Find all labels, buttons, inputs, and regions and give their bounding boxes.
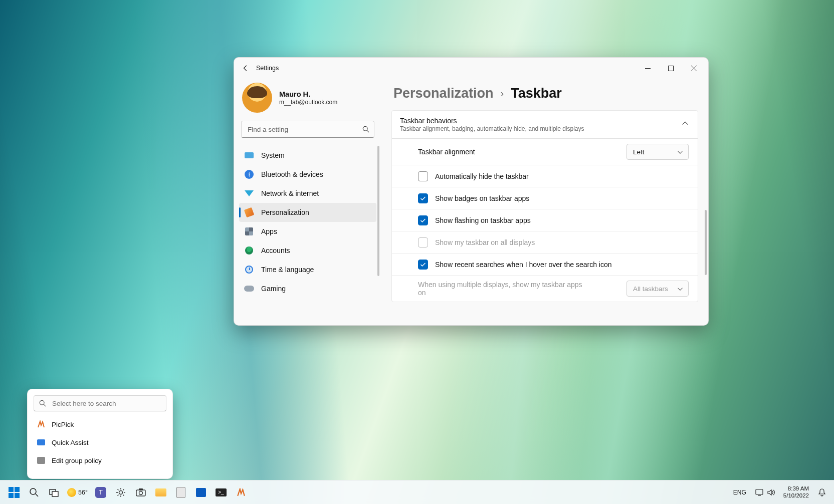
- checkbox-badges[interactable]: [418, 193, 428, 203]
- multi-select: All taskbars: [627, 281, 689, 297]
- taskbar-app-calculator[interactable]: [171, 482, 191, 502]
- taskbar-app-camera[interactable]: [131, 482, 151, 502]
- minimize-icon: [645, 66, 651, 71]
- svg-rect-5: [52, 491, 58, 496]
- nav-label: Personalization: [261, 208, 309, 216]
- settings-window: Settings Mauro H. m__lab@outlook.com Sys…: [234, 57, 709, 326]
- svg-rect-7: [136, 490, 145, 496]
- taskbar-app-store[interactable]: [191, 482, 211, 502]
- row-flashing[interactable]: Show flashing on taskbar apps: [392, 209, 698, 231]
- back-button[interactable]: [237, 60, 254, 77]
- clock-icon: [245, 266, 253, 274]
- calculator-icon: [176, 487, 185, 498]
- terminal-icon: >_: [216, 488, 227, 496]
- content-scrollbar[interactable]: [705, 210, 707, 275]
- maximize-button[interactable]: [659, 60, 682, 76]
- taskbar-app-explorer[interactable]: [151, 482, 171, 502]
- taskbar-app-settings[interactable]: [111, 482, 131, 502]
- window-title: Settings: [256, 65, 279, 72]
- nav-label: Accounts: [261, 246, 290, 255]
- system-tray[interactable]: [752, 482, 778, 502]
- row-all-displays: Show my taskbar on all displays: [392, 231, 698, 253]
- gear-icon: [116, 487, 126, 497]
- row-alignment: Taskbar alignment Left: [392, 138, 698, 165]
- bluetooth-icon: ᚼ: [245, 170, 254, 179]
- minimize-button[interactable]: [636, 60, 659, 76]
- taskbar-search-button[interactable]: [24, 482, 44, 502]
- nav-scrollbar[interactable]: [377, 146, 379, 276]
- checkbox-flashing[interactable]: [418, 215, 428, 225]
- picpick-icon: [37, 420, 46, 429]
- nav: System ᚼBluetooth & devices Network & in…: [239, 146, 376, 320]
- task-view-button[interactable]: [44, 482, 64, 502]
- all-displays-label: Show my taskbar on all displays: [435, 238, 535, 246]
- settings-search-input[interactable]: [241, 121, 374, 138]
- chevron-down-icon: [677, 149, 683, 155]
- nav-label: Apps: [261, 227, 277, 235]
- badges-label: Show badges on taskbar apps: [435, 194, 529, 202]
- taskbar-behaviors-card: Taskbar behaviors Taskbar alignment, bad…: [391, 110, 698, 302]
- checkbox-recent-search[interactable]: [418, 260, 428, 270]
- search-icon: [29, 487, 39, 497]
- alignment-select[interactable]: Left: [627, 144, 689, 160]
- taskbar-weather[interactable]: 56°: [64, 482, 91, 502]
- nav-gaming[interactable]: Gaming: [239, 279, 376, 298]
- checkbox-auto-hide[interactable]: [418, 171, 428, 181]
- flyout-search-input[interactable]: [34, 395, 166, 411]
- flyout-item-picpick[interactable]: PicPick: [34, 415, 166, 433]
- svg-point-8: [139, 491, 142, 494]
- maximize-icon: [668, 66, 674, 71]
- nav-personalization[interactable]: Personalization: [239, 203, 376, 222]
- svg-point-3: [30, 488, 36, 494]
- network-icon: [755, 489, 763, 496]
- nav-label: System: [261, 151, 285, 159]
- search-flyout: PicPick Quick Assist Edit group policy: [27, 389, 173, 479]
- notification-icon: [818, 488, 826, 496]
- clock-time: 8:39 AM: [783, 485, 809, 492]
- settings-search[interactable]: [241, 121, 374, 138]
- windows-logo-icon: [9, 487, 20, 498]
- alignment-value: Left: [633, 148, 645, 156]
- wifi-icon: [245, 190, 254, 196]
- main-content: Personalization › Taskbar Taskbar behavi…: [381, 79, 708, 325]
- group-policy-icon: [37, 456, 46, 465]
- nav-system[interactable]: System: [239, 146, 376, 165]
- arrow-left-icon: [242, 65, 249, 72]
- nav-accounts[interactable]: Accounts: [239, 241, 376, 260]
- nav-bluetooth[interactable]: ᚼBluetooth & devices: [239, 165, 376, 184]
- multi-value: All taskbars: [633, 285, 668, 293]
- taskbar-app-picpick[interactable]: [231, 482, 251, 502]
- svg-point-2: [40, 400, 44, 405]
- flyout-item-quick-assist[interactable]: Quick Assist: [34, 433, 166, 451]
- checkbox-all-displays: [418, 237, 428, 247]
- row-badges[interactable]: Show badges on taskbar apps: [392, 187, 698, 209]
- check-icon: [420, 217, 426, 223]
- titlebar: Settings: [234, 58, 708, 79]
- close-button[interactable]: [682, 60, 705, 76]
- taskbar-clock[interactable]: 8:39 AM 5/10/2022: [781, 482, 811, 502]
- taskbar-app-terminal[interactable]: >_: [211, 482, 231, 502]
- chevron-down-icon: [677, 286, 683, 292]
- start-button[interactable]: [4, 482, 24, 502]
- profile-block[interactable]: Mauro H. m__lab@outlook.com: [239, 79, 376, 121]
- sun-icon: [67, 488, 76, 497]
- nav-apps[interactable]: Apps: [239, 222, 376, 241]
- flyout-search[interactable]: [34, 395, 166, 411]
- card-header[interactable]: Taskbar behaviors Taskbar alignment, bad…: [392, 111, 698, 138]
- quick-assist-icon: [37, 438, 46, 447]
- chevron-up-icon: [682, 120, 689, 127]
- breadcrumb-parent[interactable]: Personalization: [393, 86, 494, 101]
- user-email: m__lab@outlook.com: [279, 99, 337, 106]
- taskbar-app-teams[interactable]: T: [91, 482, 111, 502]
- flyout-item-gpedit[interactable]: Edit group policy: [34, 451, 166, 469]
- row-multi-displays: When using multiple displays, show my ta…: [392, 275, 698, 302]
- row-recent-search[interactable]: Show recent searches when I hover over t…: [392, 253, 698, 275]
- row-auto-hide[interactable]: Automatically hide the taskbar: [392, 165, 698, 187]
- clock-date: 5/10/2022: [783, 492, 809, 499]
- language-indicator[interactable]: ENG: [730, 482, 749, 502]
- notification-button[interactable]: [814, 482, 830, 502]
- check-icon: [420, 262, 426, 268]
- nav-network[interactable]: Network & internet: [239, 184, 376, 203]
- nav-time[interactable]: Time & language: [239, 260, 376, 279]
- flyout-item-label: Edit group policy: [52, 457, 102, 464]
